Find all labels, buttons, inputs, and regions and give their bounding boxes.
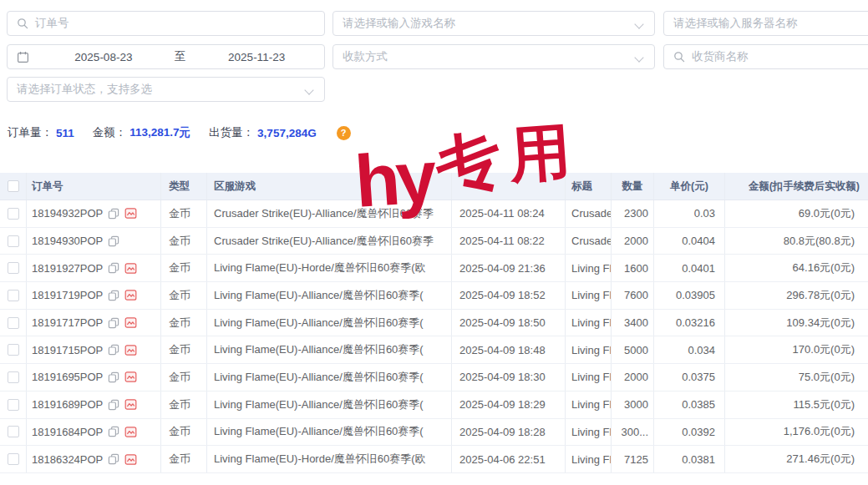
row-checkbox[interactable] [8,344,19,356]
help-question-icon[interactable]: ? [337,126,351,140]
payment-method-select[interactable]: 收款方式 [332,44,655,69]
order-game: Living Flame(EU)-Alliance/魔兽怀旧60赛季( [207,364,452,391]
order-amount: 69.0元(0元) [725,200,868,227]
order-time: 2025-04-09 21:36 [452,255,566,281]
table-row: 18191695POP 金币 Living Flame(EU)-Alliance… [0,364,868,392]
order-game: Crusader Strike(EU)-Alliance/魔兽怀旧60赛季 [207,200,452,227]
order-amount: 296.78元(0元) [725,282,868,309]
row-checkbox[interactable] [8,290,19,301]
image-icon[interactable] [124,316,137,329]
order-time: 2025-04-09 18:28 [452,419,566,446]
row-checkbox[interactable] [8,453,19,465]
order-number: 18186324POP [32,453,103,466]
copy-icon[interactable] [108,208,119,220]
copy-icon[interactable] [108,371,119,383]
date-range-picker[interactable]: 2025-08-23 至 2025-11-23 [7,44,325,69]
orders-table: 订单号 类型 区服游戏 标题 数量 单价(元) 金额(扣手续费后实收额) 181… [0,173,868,473]
image-icon[interactable] [124,207,137,220]
copy-icon[interactable] [108,344,119,356]
row-checkbox[interactable] [8,208,19,220]
order-status-select[interactable]: 请选择订单状态，支持多选 [7,77,325,102]
row-checkbox[interactable] [8,262,19,274]
order-game: Living Flame(EU)-Alliance/魔兽怀旧60赛季( [207,419,452,446]
row-checkbox[interactable] [8,371,19,383]
order-price: 0.03 [654,200,725,227]
order-qty: 1600 [612,255,654,281]
row-checkbox[interactable] [8,317,19,329]
stat-amount-label: 金额： [93,125,127,140]
order-game: Crusader Strike(EU)-Alliance/魔兽怀旧60赛季 [207,228,452,255]
row-checkbox[interactable] [8,426,19,437]
image-icon[interactable] [124,344,137,356]
image-icon[interactable] [124,289,137,301]
order-qty: 2000 [612,228,654,255]
search-icon [673,51,685,63]
table-row: 18186324POP 金币 Living Flame(EU)-Horde/魔兽… [0,446,868,473]
order-qty: 3000 [612,392,654,418]
copy-icon[interactable] [108,453,119,465]
copy-icon[interactable] [108,290,119,301]
copy-icon[interactable] [108,262,119,274]
order-type: 金币 [161,419,207,446]
header-game: 区服游戏 [207,173,452,200]
order-number: 18194932POP [32,207,103,220]
copy-icon[interactable] [108,426,119,437]
header-amount: 金额(扣手续费后实收额) [725,173,868,200]
image-icon[interactable] [124,371,137,383]
order-price: 0.0392 [654,419,725,446]
order-qty: 7600 [612,282,654,309]
stat-order-count-label: 订单量： [8,125,53,140]
stat-order-count-value: 511 [56,127,74,139]
chevron-down-icon [304,85,313,94]
order-time: 2025-04-09 18:50 [452,310,566,336]
image-icon[interactable] [124,453,137,466]
order-title: Living Fl [566,310,612,336]
order-title: Crusade [566,228,612,255]
select-all-checkbox[interactable] [8,180,19,192]
table-row: 18191717POP 金币 Living Flame(EU)-Alliance… [0,310,868,337]
game-name-placeholder: 请选择或输入游戏名称 [343,16,455,31]
order-amount: 115.5元(0元) [725,392,868,418]
row-checkbox[interactable] [8,399,19,411]
order-amount: 170.0元(0元) [725,336,868,363]
order-qty: 5000 [612,336,654,363]
image-icon[interactable] [124,262,137,275]
order-time: 2025-04-06 22:51 [452,446,566,472]
copy-icon[interactable] [108,399,119,411]
header-order-no: 订单号 [27,173,161,200]
game-name-select[interactable]: 请选择或输入游戏名称 [332,11,655,36]
order-amount: 109.34元(0元) [725,310,868,336]
order-number: 18191715POP [32,344,103,356]
order-game: Living Flame(EU)-Alliance/魔兽怀旧60赛季( [207,310,452,336]
calendar-icon [17,51,29,63]
stat-amount-value: 113,281.7元 [129,125,190,140]
row-checkbox[interactable] [8,235,19,247]
order-game: Living Flame(EU)-Horde/魔兽怀旧60赛季(欧 [207,446,452,472]
order-price: 0.0401 [654,255,725,281]
image-icon[interactable] [124,398,137,411]
copy-icon[interactable] [108,235,119,247]
order-time: 2025-04-09 18:29 [452,392,566,418]
order-price: 0.03216 [654,310,725,336]
table-row: 18191715POP 金币 Living Flame(EU)-Alliance… [0,336,868,364]
order-amount: 271.46元(0元) [725,446,868,472]
order-number-placeholder: 订单号 [35,16,69,31]
header-qty: 数量 [612,173,654,200]
order-title: Living Fl [566,336,612,363]
order-type: 金币 [161,200,207,227]
date-start-value[interactable]: 2025-08-23 [36,51,171,63]
chevron-down-icon [634,53,643,62]
receiver-name-input[interactable]: 收货商名称 [663,44,868,69]
order-type: 金币 [161,255,207,281]
order-qty: 2000 [612,364,654,391]
order-title: Living Fl [566,282,612,309]
image-icon[interactable] [124,426,137,438]
order-management-page: 订单号 请选择或输入游戏名称 请选择或输入服务器名称 2025-08-23 至 … [0,0,868,485]
date-end-value[interactable]: 2025-11-23 [189,51,324,63]
server-name-select[interactable]: 请选择或输入服务器名称 [663,11,868,36]
copy-icon[interactable] [108,317,119,329]
order-title: Living Fl [566,392,612,418]
order-price: 0.034 [654,336,725,363]
stats-bar: 订单量： 511 金额： 113,281.7元 出货量： 3,757,284G … [8,125,351,140]
order-number-input[interactable]: 订单号 [7,11,325,36]
